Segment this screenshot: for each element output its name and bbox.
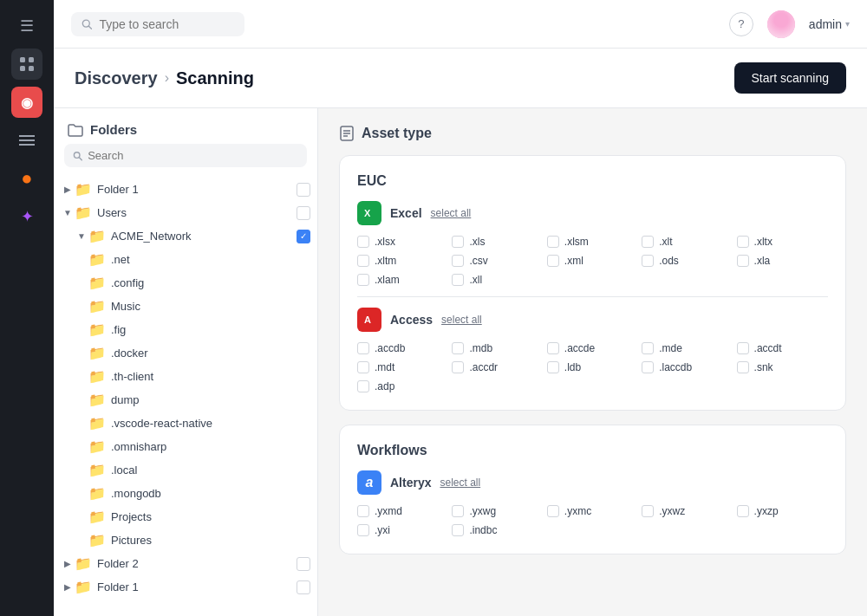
ext-ldb: .ldb — [547, 361, 638, 373]
tree-item-local[interactable]: 📁.local — [54, 458, 317, 482]
excel-select-all[interactable]: select all — [431, 207, 472, 219]
grid-icon[interactable] — [11, 49, 42, 80]
ext-checkbox-xls[interactable] — [452, 236, 464, 248]
ext-yxi: .yxi — [357, 524, 448, 536]
menu-icon[interactable]: ☰ — [11, 10, 42, 42]
folder-icon-yellow: 📁 — [88, 438, 106, 455]
topbar-right: ? admin ▾ — [729, 10, 850, 38]
ext-checkbox-xltx[interactable] — [737, 236, 749, 248]
svg-rect-1 — [29, 57, 34, 62]
ext-checkbox-accdr[interactable] — [452, 361, 464, 373]
user-name[interactable]: admin ▾ — [809, 17, 850, 31]
excel-extensions: .xlsx .xls .xlsm .xlt .xltx .xltm .csv .… — [357, 236, 828, 286]
ext-checkbox-mdb[interactable] — [452, 342, 464, 354]
excel-header: X Excel select all — [357, 201, 828, 225]
ext-checkbox-mdt[interactable] — [357, 361, 369, 373]
asset-panel: Asset type EUC X Excel select all — [318, 108, 867, 616]
folder-search-input[interactable] — [88, 149, 298, 162]
tree-item-net[interactable]: 📁.net — [54, 248, 317, 271]
ext-checkbox-xml[interactable] — [547, 255, 559, 267]
star-icon[interactable]: ✦ — [11, 201, 42, 232]
breadcrumb-root[interactable]: Discovery — [75, 68, 158, 88]
folder-icon-yellow: 📁 — [88, 275, 106, 291]
ext-checkbox-yxzp[interactable] — [737, 505, 749, 517]
ext-checkbox-xlam[interactable] — [357, 274, 369, 286]
alteryx-select-all[interactable]: select all — [440, 477, 480, 489]
ext-checkbox-ldb[interactable] — [547, 361, 559, 373]
alteryx-name: Alteryx — [390, 476, 431, 490]
access-select-all[interactable]: select all — [441, 314, 482, 326]
folder-tree: 📁 Folder 1 📁 Users 📁 — [54, 178, 317, 616]
ext-checkbox-yxmc[interactable] — [547, 505, 559, 517]
ext-ods: .ods — [642, 255, 733, 267]
folder-icon-yellow: 📁 — [88, 532, 106, 548]
tree-item-thclient[interactable]: 📁.th-client — [54, 365, 317, 388]
ext-checkbox-xlsx[interactable] — [357, 236, 369, 248]
tree-item-dump[interactable]: 📁dump — [54, 388, 317, 412]
ext-xlam: .xlam — [357, 274, 448, 286]
ext-checkbox-yxi[interactable] — [357, 524, 369, 536]
tree-item-folder2[interactable]: 📁 Folder 2 — [54, 552, 317, 575]
search-input[interactable] — [99, 17, 234, 31]
folder-checkbox-f2[interactable] — [297, 557, 310, 571]
folders-header: Folders — [54, 108, 317, 144]
folder-checkbox-users[interactable] — [297, 206, 310, 220]
tree-item-projects[interactable]: 📁Projects — [54, 505, 317, 528]
svg-line-10 — [79, 157, 81, 159]
ext-checkbox-yxwg[interactable] — [452, 505, 464, 517]
start-scanning-button[interactable]: Start scanning — [734, 62, 847, 94]
ext-xls: .xls — [452, 236, 543, 248]
ext-checkbox-indbc[interactable] — [452, 524, 464, 536]
folders-panel: Folders 📁 Fol — [54, 108, 318, 616]
brand-icon[interactable]: ◉ — [11, 87, 42, 118]
ext-checkbox-mde[interactable] — [642, 342, 654, 354]
folder-checkbox-acme[interactable]: ✓ — [297, 230, 310, 243]
ext-yxwg: .yxwg — [452, 505, 543, 517]
tree-item-omnisharp[interactable]: 📁.omnisharp — [54, 435, 317, 458]
ext-checkbox-xll[interactable] — [452, 274, 464, 286]
ext-checkbox-yxwz[interactable] — [642, 505, 654, 517]
folder-checkbox-f1b[interactable] — [297, 580, 310, 594]
dot-icon[interactable]: ● — [11, 163, 42, 194]
ext-laccdb: .laccdb — [642, 361, 733, 373]
tree-item-vscode[interactable]: 📁.vscode-react-native — [54, 412, 317, 435]
ext-checkbox-accdt[interactable] — [737, 342, 749, 354]
ext-checkbox-yxmd[interactable] — [357, 505, 369, 517]
ext-xltx: .xltx — [737, 236, 828, 248]
ext-checkbox-accdb[interactable] — [357, 342, 369, 354]
tree-item-docker[interactable]: 📁.docker — [54, 341, 317, 365]
ext-checkbox-xltm[interactable] — [357, 255, 369, 267]
ext-checkbox-snk[interactable] — [737, 361, 749, 373]
folder-icon-yellow: 📁 — [88, 509, 106, 525]
tree-item-config[interactable]: 📁.config — [54, 271, 317, 295]
ext-checkbox-ods[interactable] — [642, 255, 654, 267]
tree-item-folder1b[interactable]: 📁 Folder 1 — [54, 575, 317, 599]
tree-item-mongodb[interactable]: 📁.mongodb — [54, 482, 317, 505]
ext-checkbox-adp[interactable] — [357, 380, 369, 392]
folder-checkbox[interactable] — [297, 183, 310, 197]
ext-checkbox-xlt[interactable] — [642, 236, 654, 248]
ext-xll: .xll — [452, 274, 543, 286]
ext-checkbox-xlsm[interactable] — [547, 236, 559, 248]
ext-csv: .csv — [452, 255, 543, 267]
list-icon[interactable] — [11, 125, 42, 156]
ext-xml: .xml — [547, 255, 638, 267]
workflows-title: Workflows — [357, 443, 828, 458]
body-layout: Folders 📁 Fol — [54, 108, 867, 616]
folder-icon-yellow: 📁 — [88, 368, 106, 385]
folder-icon-yellow: 📁 — [88, 345, 106, 361]
help-icon[interactable]: ? — [729, 12, 753, 36]
tree-item-pictures[interactable]: 📁Pictures — [54, 528, 317, 552]
tree-item-acme[interactable]: 📁 ACME_Network ✓ — [54, 224, 317, 248]
workflows-section: Workflows a Alteryx select all .yxmd .yx… — [339, 425, 846, 554]
chevron-down-icon — [75, 230, 88, 243]
ext-checkbox-laccdb[interactable] — [642, 361, 654, 373]
ext-checkbox-xla[interactable] — [737, 255, 749, 267]
tree-item-fig[interactable]: 📁.fig — [54, 318, 317, 341]
tree-item-folder1[interactable]: 📁 Folder 1 — [54, 178, 317, 201]
ext-checkbox-csv[interactable] — [452, 255, 464, 267]
tree-item-users[interactable]: 📁 Users — [54, 201, 317, 224]
tree-item-music[interactable]: 📁Music — [54, 295, 317, 318]
ext-checkbox-accde[interactable] — [547, 342, 559, 354]
ext-xlsx: .xlsx — [357, 236, 448, 248]
